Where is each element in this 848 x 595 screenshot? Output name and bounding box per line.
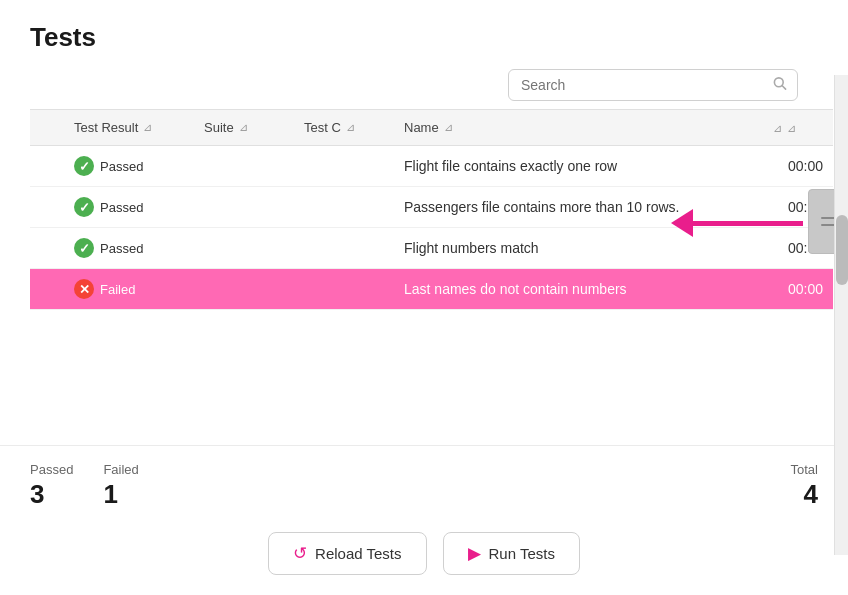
col-header-result: Test Result ⊿	[64, 110, 194, 146]
reload-tests-button[interactable]: ↺ Reload Tests	[268, 532, 426, 575]
row-time: 00:00	[763, 269, 833, 310]
pass-icon: ✓	[74, 197, 94, 217]
search-icon	[772, 76, 788, 95]
passed-label: Passed	[30, 462, 73, 477]
table-row[interactable]: ✕FailedLast names do not contain numbers…	[30, 269, 833, 310]
handle-line-2	[821, 224, 835, 226]
search-input[interactable]	[508, 69, 798, 101]
row-name: Flight file contains exactly one row	[394, 146, 763, 187]
stat-failed: Failed 1	[103, 462, 138, 510]
row-status: ✓Passed	[64, 146, 194, 187]
search-input-wrapper	[508, 69, 798, 101]
pass-icon: ✓	[74, 238, 94, 258]
scrollbar-thumb[interactable]	[836, 215, 848, 285]
status-text: Passed	[100, 241, 143, 256]
col-header-checkbox	[30, 110, 64, 146]
filter-icon-testc[interactable]: ⊿	[346, 121, 355, 134]
buttons-row: ↺ Reload Tests ▶ Run Tests	[0, 522, 848, 595]
row-suite	[194, 187, 294, 228]
col-header-testc: Test C ⊿	[294, 110, 394, 146]
row-testc	[294, 187, 394, 228]
failed-value: 1	[103, 479, 138, 510]
col-header-name: Name ⊿	[394, 110, 763, 146]
row-checkbox	[30, 269, 64, 310]
svg-line-1	[782, 86, 786, 90]
row-checkbox	[30, 228, 64, 269]
arrow-indicator	[671, 209, 803, 237]
table-header-row: Test Result ⊿ Suite ⊿ Test C ⊿	[30, 110, 833, 146]
row-testc	[294, 228, 394, 269]
page-container: Tests Test Result ⊿	[0, 0, 848, 595]
run-label: Run Tests	[489, 545, 555, 562]
handle-lines	[821, 217, 835, 226]
failed-label: Failed	[103, 462, 138, 477]
filter-icon-time1[interactable]: ⊿	[773, 122, 782, 135]
stats-bar: Passed 3 Failed 1 Total 4	[0, 445, 848, 522]
row-checkbox	[30, 146, 64, 187]
row-name: Last names do not contain numbers	[394, 269, 763, 310]
table-row[interactable]: ✓PassedFlight file contains exactly one …	[30, 146, 833, 187]
run-tests-button[interactable]: ▶ Run Tests	[443, 532, 580, 575]
search-bar-row	[0, 69, 848, 109]
row-status: ✕Failed	[64, 269, 194, 310]
arrow-head	[671, 209, 693, 237]
filter-icon-time2[interactable]: ⊿	[787, 122, 796, 135]
row-suite	[194, 228, 294, 269]
status-text: Passed	[100, 200, 143, 215]
filter-icon-name[interactable]: ⊿	[444, 121, 453, 134]
total-value: 4	[791, 479, 818, 510]
col-header-time: ⊿ ⊿	[763, 110, 833, 146]
row-checkbox	[30, 187, 64, 228]
status-text: Failed	[100, 282, 135, 297]
stat-passed: Passed 3	[30, 462, 73, 510]
filter-icon-suite[interactable]: ⊿	[239, 121, 248, 134]
row-testc	[294, 146, 394, 187]
row-time: 00:00	[763, 146, 833, 187]
handle-line-1	[821, 217, 835, 219]
total-label: Total	[791, 462, 818, 477]
row-status: ✓Passed	[64, 187, 194, 228]
pass-icon: ✓	[74, 156, 94, 176]
reload-label: Reload Tests	[315, 545, 401, 562]
scrollbar-track	[834, 75, 848, 555]
passed-value: 3	[30, 479, 73, 510]
row-testc	[294, 269, 394, 310]
fail-icon: ✕	[74, 279, 94, 299]
run-icon: ▶	[468, 543, 481, 564]
reload-icon: ↺	[293, 543, 307, 564]
row-suite	[194, 269, 294, 310]
row-suite	[194, 146, 294, 187]
row-status: ✓Passed	[64, 228, 194, 269]
table-wrapper: Test Result ⊿ Suite ⊿ Test C ⊿	[0, 109, 848, 445]
stat-total: Total 4	[791, 462, 818, 510]
col-header-suite: Suite ⊿	[194, 110, 294, 146]
page-title: Tests	[0, 0, 848, 69]
filter-icon-result[interactable]: ⊿	[143, 121, 152, 134]
arrow-line	[693, 221, 803, 226]
status-text: Passed	[100, 159, 143, 174]
